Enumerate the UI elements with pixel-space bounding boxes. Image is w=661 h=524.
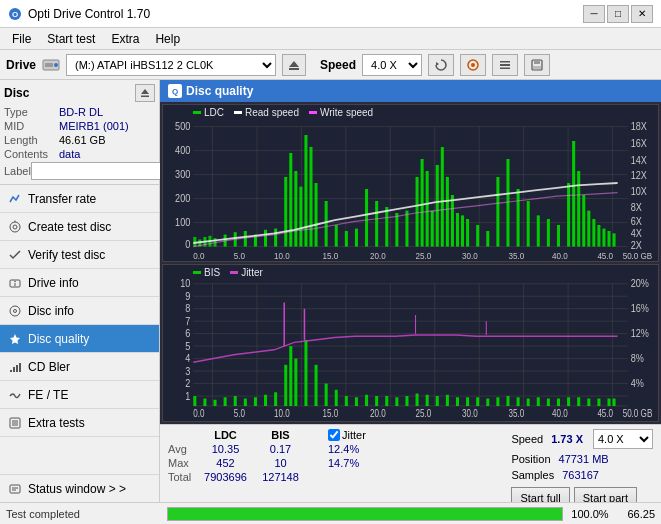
sidebar-item-fe-te[interactable]: FE / TE	[0, 381, 159, 409]
sidebar-item-verify-test-disc[interactable]: Verify test disc	[0, 241, 159, 269]
svg-text:15.0: 15.0	[323, 408, 339, 419]
sidebar-status-window[interactable]: Status window > >	[0, 474, 159, 502]
right-panel: Q Disc quality LDC Read speed	[160, 80, 661, 502]
svg-rect-103	[345, 231, 348, 247]
drive-bar: Drive (M:) ATAPI iHBS112 2 CL0K Speed 4.…	[0, 50, 661, 80]
svg-rect-140	[163, 265, 658, 421]
sidebar-item-create-test-disc[interactable]: Create test disc	[0, 213, 159, 241]
burn-icon	[466, 58, 480, 72]
top-chart: LDC Read speed Write speed	[162, 104, 659, 262]
svg-text:5.0: 5.0	[234, 250, 245, 261]
svg-rect-195	[264, 395, 267, 406]
disc-mid-value: MEIRB1 (001)	[59, 120, 155, 132]
speed-select-stats[interactable]: 4.0 X	[593, 429, 653, 449]
svg-rect-94	[284, 177, 287, 247]
save-button[interactable]	[524, 54, 550, 76]
menu-help[interactable]: Help	[147, 30, 188, 48]
sidebar-item-label: Disc quality	[28, 332, 89, 346]
menu-start-test[interactable]: Start test	[39, 30, 103, 48]
svg-rect-229	[597, 399, 600, 406]
svg-rect-11	[500, 61, 510, 63]
svg-rect-191	[224, 397, 227, 406]
sidebar-item-cd-bler[interactable]: CD Bler	[0, 353, 159, 381]
minimize-button[interactable]: ─	[583, 5, 605, 23]
right-controls: Speed 1.73 X 4.0 X Position 47731 MB Sam…	[511, 429, 653, 509]
title-bar-left: O Opti Drive Control 1.70	[8, 7, 150, 21]
svg-rect-212	[426, 395, 429, 406]
menu-extra[interactable]: Extra	[103, 30, 147, 48]
svg-text:12%: 12%	[631, 327, 649, 339]
svg-rect-97	[299, 187, 302, 247]
avg-label: Avg	[168, 443, 198, 455]
svg-text:200: 200	[175, 192, 191, 204]
speed-select[interactable]: 4.0 X	[362, 54, 422, 76]
position-value: 47731 MB	[559, 453, 609, 465]
total-bis: 127148	[253, 471, 308, 483]
svg-marker-28	[10, 334, 20, 344]
disc-contents-value: data	[59, 148, 155, 160]
sidebar-item-label: Drive info	[28, 276, 79, 290]
svg-rect-193	[244, 399, 247, 406]
sidebar-item-disc-quality[interactable]: Disc quality	[0, 325, 159, 353]
speed-label: Speed	[320, 58, 356, 72]
svg-rect-115	[441, 147, 444, 247]
fe-te-icon	[8, 388, 22, 402]
svg-text:35.0: 35.0	[508, 408, 524, 419]
jitter-legend-label: Jitter	[241, 267, 263, 278]
svg-rect-96	[294, 171, 297, 247]
disc-label-input[interactable]	[31, 162, 164, 180]
disc-eject-button[interactable]	[135, 84, 155, 102]
svg-rect-102	[335, 225, 338, 247]
samples-label: Samples	[511, 469, 554, 481]
main-content: Disc Type BD-R DL MID MEIRB1 (001) Lengt…	[0, 80, 661, 502]
sidebar-item-extra-tests[interactable]: Extra tests	[0, 409, 159, 437]
refresh-button[interactable]	[428, 54, 454, 76]
legend-jitter: Jitter	[230, 267, 263, 278]
svg-rect-222	[527, 399, 530, 406]
disc-mid-row: MID MEIRB1 (001)	[4, 120, 155, 132]
speed-row: Speed 1.73 X 4.0 X	[511, 429, 653, 449]
charts-area: LDC Read speed Write speed	[160, 102, 661, 424]
svg-point-26	[10, 306, 20, 316]
bottom-bar: Test completed 100.0% 66.25	[0, 502, 661, 524]
svg-rect-37	[10, 485, 20, 493]
svg-rect-95	[289, 153, 292, 247]
svg-rect-107	[385, 207, 388, 247]
avg-jitter: 12.4%	[328, 443, 359, 455]
svg-rect-188	[193, 396, 196, 406]
svg-text:0: 0	[185, 238, 190, 250]
svg-rect-105	[365, 189, 368, 247]
maximize-button[interactable]: □	[607, 5, 629, 23]
svg-text:35.0: 35.0	[508, 250, 524, 261]
jitter-col-header: Jitter	[342, 429, 366, 441]
create-test-icon	[8, 220, 22, 234]
settings-button[interactable]	[492, 54, 518, 76]
svg-text:16%: 16%	[631, 303, 649, 315]
svg-text:45.0: 45.0	[597, 408, 613, 419]
sidebar: Disc Type BD-R DL MID MEIRB1 (001) Lengt…	[0, 80, 160, 502]
svg-rect-17	[141, 96, 149, 98]
drive-select[interactable]: (M:) ATAPI iHBS112 2 CL0K	[66, 54, 276, 76]
eject-button[interactable]	[282, 54, 306, 76]
sidebar-item-disc-info[interactable]: Disc info	[0, 297, 159, 325]
svg-text:8%: 8%	[631, 352, 644, 364]
svg-rect-30	[13, 367, 15, 372]
svg-text:20.0: 20.0	[370, 408, 386, 419]
svg-text:0.0: 0.0	[193, 408, 204, 419]
sidebar-item-drive-info[interactable]: Drive info	[0, 269, 159, 297]
svg-rect-200	[304, 340, 307, 406]
burn-button[interactable]	[460, 54, 486, 76]
legend-write-speed: Write speed	[309, 107, 373, 118]
svg-rect-201	[315, 365, 318, 406]
svg-rect-29	[10, 370, 12, 372]
close-button[interactable]: ✕	[631, 5, 653, 23]
samples-row: Samples 763167	[511, 469, 653, 481]
jitter-checkbox[interactable]	[328, 429, 340, 441]
svg-text:20%: 20%	[631, 278, 649, 290]
menu-file[interactable]: File	[4, 30, 39, 48]
disc-label-row: Label	[4, 162, 155, 180]
svg-text:9: 9	[185, 290, 190, 302]
title-bar-controls[interactable]: ─ □ ✕	[583, 5, 653, 23]
sidebar-item-transfer-rate[interactable]: Transfer rate	[0, 185, 159, 213]
svg-rect-101	[325, 201, 328, 247]
